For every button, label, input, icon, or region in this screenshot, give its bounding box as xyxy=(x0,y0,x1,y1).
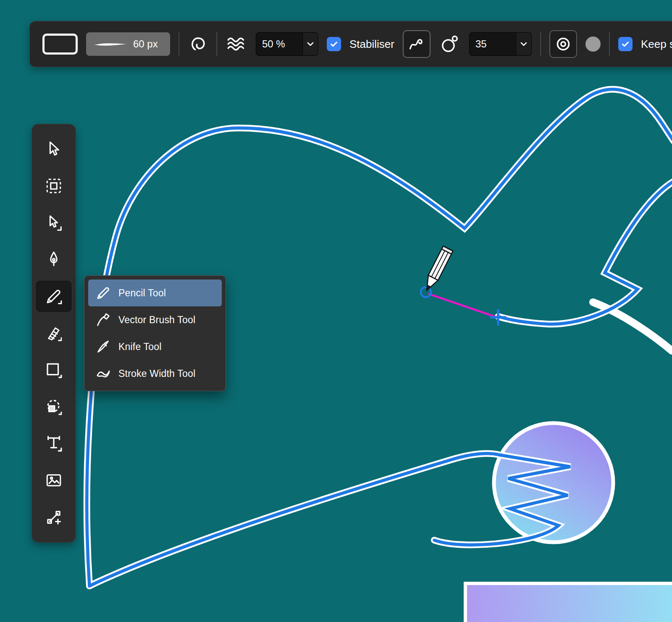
keep-selected-checkbox[interactable] xyxy=(618,37,633,51)
tool-pen[interactable] xyxy=(36,244,71,275)
tool-node[interactable] xyxy=(36,207,71,238)
smoothing-waves-icon xyxy=(226,34,247,54)
stroke-width-icon xyxy=(95,365,112,382)
check-icon xyxy=(329,39,339,49)
pencil-cursor xyxy=(422,246,453,293)
stroke-width-preview-icon xyxy=(93,40,128,48)
rubber-band-line xyxy=(428,294,497,317)
menu-item-label: Vector Brush Tool xyxy=(118,314,195,326)
point-transform-tool-icon xyxy=(44,508,63,527)
toolbar-divider xyxy=(216,32,217,56)
node-tool-icon xyxy=(44,213,63,233)
menu-item-label: Pencil Tool xyxy=(118,287,166,299)
vector-brush-tool-icon xyxy=(44,324,63,343)
pen-tool-icon xyxy=(44,250,63,269)
window-stabiliser-button[interactable] xyxy=(439,34,461,54)
tool-rectangle[interactable] xyxy=(36,355,71,386)
place-image-tool-icon xyxy=(44,471,63,490)
fill-tool-icon xyxy=(44,397,63,417)
crosshair-cursor xyxy=(491,310,505,324)
knife-icon xyxy=(95,338,112,355)
tool-fill[interactable] xyxy=(36,392,71,423)
menu-item-pencil-tool[interactable]: Pencil Tool xyxy=(88,280,222,306)
context-toolbar: 60 px 50 % xyxy=(29,21,672,67)
stroke-style-swatch[interactable] xyxy=(42,34,78,55)
filled-circle-button[interactable] xyxy=(585,37,601,52)
pencil-tool-flyout: Pencil Tool Vector Brush Tool Knife Tool… xyxy=(84,275,226,391)
menu-item-label: Stroke Width Tool xyxy=(118,368,195,379)
stroke-width-control[interactable]: 60 px xyxy=(86,32,170,56)
toolbar-divider xyxy=(540,32,541,56)
stabiliser-checkbox[interactable] xyxy=(327,37,341,51)
tool-vector-brush[interactable] xyxy=(36,318,71,349)
rectangle-tool-icon xyxy=(44,361,63,380)
tool-frame-text[interactable] xyxy=(36,428,71,459)
chevron-down-icon[interactable] xyxy=(516,33,531,55)
tool-pencil[interactable] xyxy=(36,281,71,312)
app-window: 60 px 50 % xyxy=(0,0,672,622)
move-tool-icon xyxy=(44,139,63,159)
vector-brush-icon xyxy=(95,311,112,328)
stroke-width-value: 60 px xyxy=(133,38,158,50)
donut-circle-icon xyxy=(555,36,572,52)
marquee-select-tool-icon xyxy=(44,176,63,196)
tool-move[interactable] xyxy=(36,133,71,165)
toolbar-divider xyxy=(178,32,179,56)
menu-item-vector-brush-tool[interactable]: Vector Brush Tool xyxy=(88,306,222,333)
stabiliser-amount-value: 35 xyxy=(470,33,516,55)
rope-stabiliser-button[interactable] xyxy=(403,30,430,58)
tools-panel xyxy=(32,124,76,543)
stabiliser-amount-dropdown[interactable]: 35 xyxy=(469,32,532,56)
pressure-profile-icon xyxy=(188,35,208,53)
stabiliser-label: Stabiliser xyxy=(349,38,394,51)
smoothing-dropdown[interactable]: 50 % xyxy=(256,32,318,56)
toolbar-divider xyxy=(609,32,610,56)
pencil-icon xyxy=(95,285,112,301)
tool-place-image[interactable] xyxy=(36,465,71,496)
tool-point-transform[interactable] xyxy=(36,502,71,533)
window-stabiliser-icon xyxy=(439,34,461,54)
smoothing-button[interactable] xyxy=(226,34,247,54)
check-icon xyxy=(621,39,630,49)
chevron-down-icon[interactable] xyxy=(302,33,318,55)
filled-circle-icon xyxy=(585,37,601,52)
menu-item-stroke-width-tool[interactable]: Stroke Width Tool xyxy=(88,360,222,387)
smoothing-value: 50 % xyxy=(256,33,302,55)
gradient-rectangle xyxy=(465,583,672,622)
pressure-profile-button[interactable] xyxy=(188,35,208,53)
rope-stabiliser-icon xyxy=(407,36,426,52)
frame-text-tool-icon xyxy=(44,434,63,453)
pencil-tool-icon xyxy=(44,287,63,306)
tool-marquee-select[interactable] xyxy=(36,170,71,201)
keep-selected-label: Keep se xyxy=(641,38,672,51)
donut-circle-button[interactable] xyxy=(549,30,577,58)
menu-item-label: Knife Tool xyxy=(118,341,162,353)
menu-item-knife-tool[interactable]: Knife Tool xyxy=(88,333,222,360)
